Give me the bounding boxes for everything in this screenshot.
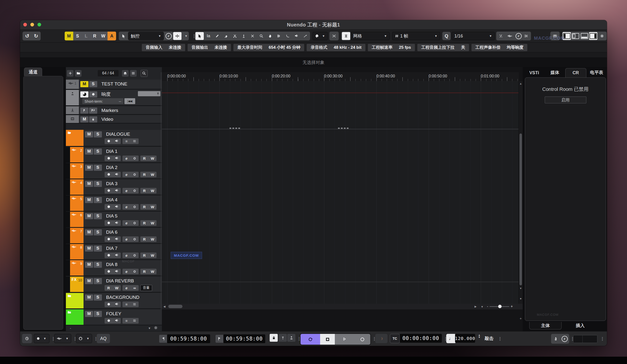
loudness-record-button[interactable]: [89, 91, 97, 98]
track-row-video[interactable]: M Video: [66, 115, 162, 123]
monitor-button[interactable]: [113, 156, 121, 161]
group-edit-button[interactable]: =: [122, 138, 131, 144]
timecode-format-button[interactable]: TC: [390, 334, 400, 343]
info-max-record-time[interactable]: 最大录音时间654 小时 45 分钟: [233, 44, 304, 51]
curve-tool[interactable]: [284, 32, 292, 40]
record-enable-button[interactable]: [104, 236, 113, 242]
monitor-button[interactable]: [113, 302, 121, 307]
mute-button[interactable]: M: [85, 294, 93, 301]
grid-type-select[interactable]: 1 帧 ▼: [392, 32, 440, 40]
lock-button[interactable]: [89, 116, 97, 122]
track-visibility-list-button[interactable]: [130, 70, 137, 77]
crossfade-icon[interactable]: [330, 32, 338, 40]
scroll-left-arrow[interactable]: ◀: [163, 305, 165, 308]
search-tracks-button[interactable]: [141, 70, 148, 77]
monitor-button[interactable]: [113, 269, 121, 274]
group-edit-button[interactable]: =: [122, 302, 131, 307]
solo-button[interactable]: S: [94, 181, 102, 187]
tempo-spinner[interactable]: ▲▼: [478, 334, 480, 344]
time-ruler[interactable]: 0:00:00:00 0:00:10:00 0:00:20:00 0:00:30…: [162, 72, 519, 81]
setup-toolbar-gear-icon[interactable]: [598, 32, 606, 40]
monitor-button[interactable]: [113, 318, 121, 324]
audio-alignment-icon[interactable]: [522, 32, 530, 40]
solo-button[interactable]: S: [94, 197, 102, 203]
event-display-grid[interactable]: MACGF.COM: [162, 81, 519, 304]
tempo-value[interactable]: 120.000: [455, 334, 475, 343]
mute-all-button[interactable]: M: [65, 32, 73, 40]
left-panel-toggle[interactable]: [572, 32, 580, 40]
redo-button[interactable]: ↻: [32, 32, 40, 40]
write-automation-button[interactable]: W: [149, 188, 157, 194]
record-enable-button[interactable]: [104, 220, 113, 226]
mute-tool[interactable]: [248, 32, 257, 40]
tab-inserts[interactable]: 插入: [566, 322, 595, 329]
listen-button[interactable]: [131, 253, 139, 258]
undo-button[interactable]: ↺: [23, 32, 31, 40]
listen-button[interactable]: [131, 269, 139, 274]
phase-coherent-button[interactable]: [131, 318, 139, 324]
tab-channel[interactable]: 通道: [24, 68, 42, 76]
object-selection-tool[interactable]: [196, 32, 204, 40]
scroll-down-arrow[interactable]: ▼: [519, 287, 523, 290]
tempo-track-button[interactable]: ♩: [446, 334, 456, 343]
monitor-button[interactable]: [113, 204, 121, 210]
record-enable-button[interactable]: [104, 302, 113, 307]
listen-button[interactable]: [131, 236, 139, 242]
channel-settings-button[interactable]: e: [122, 220, 131, 226]
record-enable-button[interactable]: [104, 269, 113, 274]
phase-coherent-button[interactable]: [131, 138, 139, 144]
lock-punch-button[interactable]: [270, 334, 278, 342]
left-locator-time[interactable]: 00:59:58:00: [167, 334, 210, 343]
mute-button[interactable]: M: [85, 311, 93, 317]
retrospective-record-button[interactable]: [375, 334, 387, 343]
solo-button[interactable]: S: [94, 245, 102, 252]
channel-settings-button[interactable]: e: [122, 188, 131, 194]
scroll-up-arrow[interactable]: ▲: [519, 82, 523, 85]
punch-out-marker-button[interactable]: [287, 334, 295, 342]
zoom-slider-knob[interactable]: [498, 305, 502, 308]
line-tool[interactable]: [301, 32, 310, 40]
add-marker-button[interactable]: [80, 107, 88, 114]
channel-settings-button[interactable]: e: [122, 236, 131, 242]
audiowarp-quantize-icon[interactable]: [506, 32, 514, 40]
quantize-panel-icon[interactable]: e: [514, 32, 523, 40]
tab-cr[interactable]: CR: [565, 68, 586, 77]
write-automation-button[interactable]: W: [149, 204, 157, 210]
enable-control-room-button[interactable]: 启用: [545, 97, 586, 103]
solo-button[interactable]: S: [94, 165, 102, 171]
primary-time-display[interactable]: 00:00:00:00: [400, 334, 442, 343]
reset-loudness-button[interactable]: |◀◀: [124, 98, 135, 104]
track-list-gear-icon[interactable]: [154, 326, 158, 331]
horizontal-scrollbar[interactable]: ◀ ▶ ▼ - +: [162, 304, 523, 309]
horizontal-scroll-thumb[interactable]: [168, 305, 182, 308]
channel-settings-button[interactable]: e: [122, 269, 131, 274]
expand-tracks-arrow[interactable]: ▼: [148, 326, 151, 330]
channel-settings-button[interactable]: e: [122, 172, 131, 177]
right-locator-time[interactable]: 00:59:58:00: [223, 334, 265, 343]
monitor-button[interactable]: [113, 253, 121, 258]
color-menu[interactable]: ▼: [313, 32, 328, 40]
monitor-button[interactable]: [113, 188, 121, 194]
automation-mode-select[interactable]: 触控 ▼: [128, 32, 164, 40]
play-tool[interactable]: [292, 32, 301, 40]
zoom-preset-arrow[interactable]: ▼: [481, 305, 483, 308]
solo-all-button[interactable]: S: [73, 32, 82, 40]
transport-grip[interactable]: ⋮: [498, 334, 503, 344]
phase-coherent-button[interactable]: [131, 302, 139, 307]
mute-button[interactable]: M: [85, 181, 93, 187]
info-record-format[interactable]: 录音格式48 kHz - 24 bit: [307, 44, 365, 51]
record-enable-button[interactable]: [104, 253, 113, 258]
write-automation-button[interactable]: W: [149, 220, 157, 226]
mute-button[interactable]: M: [85, 131, 93, 137]
track-row-folder[interactable]: MSFOLEY =: [66, 309, 162, 325]
tap-tempo-button[interactable]: 敲击: [481, 334, 497, 343]
monitor-button[interactable]: [113, 236, 121, 242]
glue-tool[interactable]: [240, 32, 248, 40]
vertical-zoom-in-button[interactable]: +: [519, 316, 523, 320]
monitor-button[interactable]: [113, 138, 121, 144]
info-pan-law[interactable]: 工程声像补偿均等响度: [471, 44, 527, 51]
track-row-folder[interactable]: MSBACKGROUND =: [66, 293, 162, 309]
track-row-audio[interactable]: 9 MSDIA 8 e RW: [66, 260, 162, 276]
vertical-scrollbar[interactable]: ▲ ▼ ● +: [519, 81, 523, 304]
snap-type-select[interactable]: 网格 ▼: [351, 32, 390, 40]
